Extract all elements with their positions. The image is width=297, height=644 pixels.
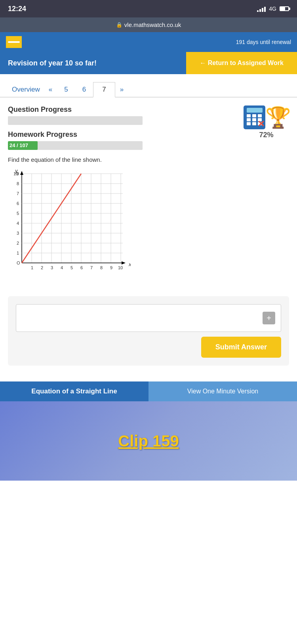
plus-button[interactable]: +	[263, 312, 275, 324]
top-nav: 191 days until renewal	[0, 32, 297, 52]
svg-text:O: O	[17, 261, 20, 265]
percentage-display: 72%	[259, 131, 273, 139]
tab-page-5[interactable]: 5	[57, 82, 75, 97]
svg-text:6: 6	[80, 265, 83, 270]
answer-section: + Submit Answer	[8, 296, 289, 366]
svg-text:2: 2	[41, 265, 43, 270]
banner-left: Revision of year 10 so far!	[0, 52, 186, 74]
tabs-container: Overview « 5 6 7 »	[0, 74, 297, 98]
svg-text:5: 5	[17, 211, 19, 216]
svg-text:3: 3	[17, 231, 19, 236]
progress-icons: ✕ 🏆 72%	[244, 105, 289, 139]
svg-marker-24	[122, 261, 126, 264]
tab-overview[interactable]: Overview	[8, 82, 44, 97]
clip-video: Clip 159	[0, 401, 297, 481]
calc-x-icon: ✕	[257, 120, 265, 128]
svg-text:4: 4	[17, 221, 19, 226]
svg-text:1: 1	[31, 265, 33, 270]
trophy-icon: 🏆	[267, 105, 289, 129]
homework-progress-bar-wrapper: 24 / 107	[8, 141, 289, 150]
submit-row: Submit Answer	[16, 337, 281, 358]
tab-page-6[interactable]: 6	[75, 82, 93, 97]
signal-icon	[257, 6, 266, 12]
return-to-assigned-button[interactable]: ← Return to Assigned Work	[186, 52, 297, 74]
svg-text:5: 5	[70, 265, 73, 270]
svg-text:x: x	[128, 261, 131, 267]
battery-icon	[280, 6, 289, 11]
renewal-text: 191 days until renewal	[236, 39, 291, 45]
status-bar: 12:24 4G	[0, 0, 297, 17]
svg-marker-23	[20, 171, 23, 175]
network-label: 4G	[269, 6, 276, 12]
status-time: 12:24	[8, 5, 26, 13]
nav-logo	[6, 36, 22, 48]
svg-text:4: 4	[61, 265, 63, 270]
svg-text:7: 7	[90, 265, 93, 270]
main-content: ✕ 🏆 72% Question Progress Homework Progr…	[0, 98, 297, 374]
homework-progress-bar	[8, 141, 143, 150]
svg-text:7: 7	[17, 191, 19, 196]
browser-url: 🔒 vle.mathswatch.co.uk	[116, 21, 181, 28]
status-right: 4G	[257, 6, 289, 12]
lock-icon: 🔒	[116, 22, 122, 28]
svg-text:8: 8	[17, 181, 19, 186]
tab-page-7[interactable]: 7	[93, 82, 115, 98]
trophy-emoji: 🏆	[265, 105, 291, 130]
coordinate-graph: y x	[8, 168, 131, 287]
tab-equation-straight-line[interactable]: Equation of a Straight Line	[0, 381, 148, 401]
svg-text:1: 1	[17, 251, 19, 255]
icons-row: ✕ 🏆	[244, 105, 289, 129]
svg-text:6: 6	[17, 201, 19, 206]
banner-title: Revision of year 10 so far!	[8, 59, 97, 67]
svg-text:2: 2	[17, 241, 19, 245]
svg-text:10: 10	[13, 171, 18, 176]
banner: Revision of year 10 so far! ← Return to …	[0, 52, 297, 74]
tab-one-minute-version[interactable]: View One Minute Version	[148, 381, 297, 401]
question-text: Find the equation of the line shown.	[8, 156, 289, 163]
tab-next-nav[interactable]: »	[115, 82, 128, 97]
clip-title: Clip 159	[118, 432, 179, 450]
url-text: vle.mathswatch.co.uk	[124, 21, 181, 28]
svg-text:8: 8	[100, 265, 103, 270]
graph-container: y x	[8, 168, 289, 288]
svg-text:10: 10	[118, 265, 123, 270]
question-progress-bar	[8, 116, 143, 125]
browser-bar: 🔒 vle.mathswatch.co.uk	[0, 17, 297, 32]
svg-text:9: 9	[110, 265, 112, 270]
answer-input-row: +	[16, 304, 281, 332]
bottom-tabs: Equation of a Straight Line View One Min…	[0, 381, 297, 401]
homework-progress-text: 24 / 107	[10, 141, 28, 150]
answer-input[interactable]	[22, 314, 259, 322]
submit-button[interactable]: Submit Answer	[201, 337, 281, 358]
return-label: ← Return to Assigned Work	[200, 59, 284, 67]
bottom-section: Equation of a Straight Line View One Min…	[0, 381, 297, 481]
calculator-icon: ✕	[244, 105, 265, 129]
tab-prev-nav[interactable]: «	[44, 82, 57, 97]
calc-screen	[247, 108, 263, 113]
svg-text:3: 3	[51, 265, 53, 270]
